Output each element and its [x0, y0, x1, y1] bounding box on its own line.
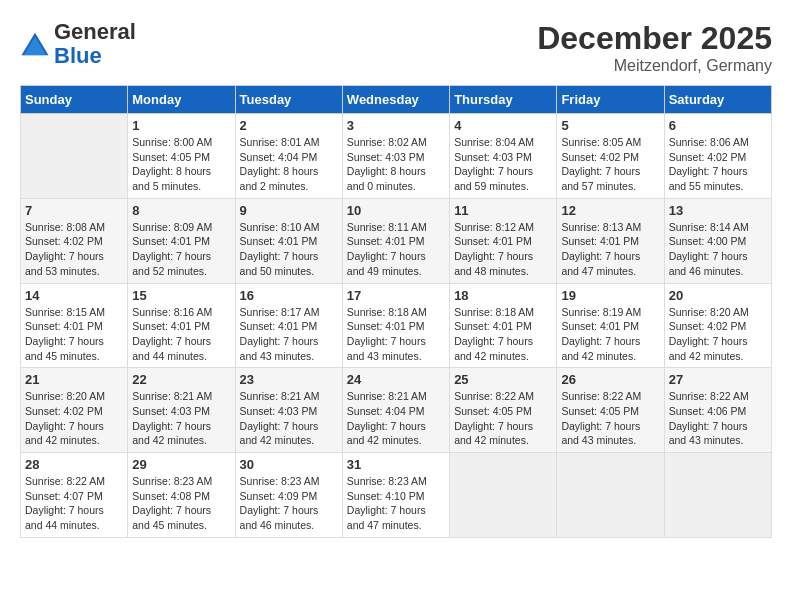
day-number: 13 — [669, 203, 767, 218]
calendar-cell: 29Sunrise: 8:23 AMSunset: 4:08 PMDayligh… — [128, 453, 235, 538]
day-info: Sunrise: 8:14 AMSunset: 4:00 PMDaylight:… — [669, 220, 767, 279]
calendar-cell: 24Sunrise: 8:21 AMSunset: 4:04 PMDayligh… — [342, 368, 449, 453]
location-subtitle: Meitzendorf, Germany — [537, 57, 772, 75]
day-number: 18 — [454, 288, 552, 303]
day-number: 9 — [240, 203, 338, 218]
calendar-cell: 8Sunrise: 8:09 AMSunset: 4:01 PMDaylight… — [128, 198, 235, 283]
day-info: Sunrise: 8:09 AMSunset: 4:01 PMDaylight:… — [132, 220, 230, 279]
calendar-cell: 21Sunrise: 8:20 AMSunset: 4:02 PMDayligh… — [21, 368, 128, 453]
calendar-cell: 16Sunrise: 8:17 AMSunset: 4:01 PMDayligh… — [235, 283, 342, 368]
day-number: 5 — [561, 118, 659, 133]
day-info: Sunrise: 8:04 AMSunset: 4:03 PMDaylight:… — [454, 135, 552, 194]
calendar-cell: 20Sunrise: 8:20 AMSunset: 4:02 PMDayligh… — [664, 283, 771, 368]
day-number: 24 — [347, 372, 445, 387]
day-info: Sunrise: 8:23 AMSunset: 4:10 PMDaylight:… — [347, 474, 445, 533]
calendar-cell: 27Sunrise: 8:22 AMSunset: 4:06 PMDayligh… — [664, 368, 771, 453]
day-number: 31 — [347, 457, 445, 472]
calendar-cell: 22Sunrise: 8:21 AMSunset: 4:03 PMDayligh… — [128, 368, 235, 453]
title-block: December 2025 Meitzendorf, Germany — [537, 20, 772, 75]
calendar-cell: 3Sunrise: 8:02 AMSunset: 4:03 PMDaylight… — [342, 114, 449, 199]
day-info: Sunrise: 8:20 AMSunset: 4:02 PMDaylight:… — [669, 305, 767, 364]
day-number: 17 — [347, 288, 445, 303]
day-info: Sunrise: 8:22 AMSunset: 4:06 PMDaylight:… — [669, 389, 767, 448]
day-info: Sunrise: 8:02 AMSunset: 4:03 PMDaylight:… — [347, 135, 445, 194]
day-info: Sunrise: 8:16 AMSunset: 4:01 PMDaylight:… — [132, 305, 230, 364]
day-info: Sunrise: 8:21 AMSunset: 4:03 PMDaylight:… — [132, 389, 230, 448]
logo-icon — [20, 29, 50, 59]
day-number: 3 — [347, 118, 445, 133]
calendar-cell: 9Sunrise: 8:10 AMSunset: 4:01 PMDaylight… — [235, 198, 342, 283]
day-number: 29 — [132, 457, 230, 472]
calendar-cell: 4Sunrise: 8:04 AMSunset: 4:03 PMDaylight… — [450, 114, 557, 199]
day-info: Sunrise: 8:21 AMSunset: 4:03 PMDaylight:… — [240, 389, 338, 448]
week-row-5: 28Sunrise: 8:22 AMSunset: 4:07 PMDayligh… — [21, 453, 772, 538]
calendar-cell: 31Sunrise: 8:23 AMSunset: 4:10 PMDayligh… — [342, 453, 449, 538]
day-info: Sunrise: 8:22 AMSunset: 4:05 PMDaylight:… — [561, 389, 659, 448]
calendar-cell: 23Sunrise: 8:21 AMSunset: 4:03 PMDayligh… — [235, 368, 342, 453]
logo: General Blue — [20, 20, 136, 68]
day-number: 11 — [454, 203, 552, 218]
calendar-cell — [450, 453, 557, 538]
calendar-cell — [21, 114, 128, 199]
calendar-cell: 18Sunrise: 8:18 AMSunset: 4:01 PMDayligh… — [450, 283, 557, 368]
day-number: 26 — [561, 372, 659, 387]
calendar-cell: 15Sunrise: 8:16 AMSunset: 4:01 PMDayligh… — [128, 283, 235, 368]
logo-text: General Blue — [54, 20, 136, 68]
page-header: General Blue December 2025 Meitzendorf, … — [20, 20, 772, 75]
week-row-1: 1Sunrise: 8:00 AMSunset: 4:05 PMDaylight… — [21, 114, 772, 199]
day-info: Sunrise: 8:10 AMSunset: 4:01 PMDaylight:… — [240, 220, 338, 279]
week-row-2: 7Sunrise: 8:08 AMSunset: 4:02 PMDaylight… — [21, 198, 772, 283]
day-info: Sunrise: 8:01 AMSunset: 4:04 PMDaylight:… — [240, 135, 338, 194]
day-info: Sunrise: 8:12 AMSunset: 4:01 PMDaylight:… — [454, 220, 552, 279]
day-info: Sunrise: 8:18 AMSunset: 4:01 PMDaylight:… — [347, 305, 445, 364]
calendar-cell: 12Sunrise: 8:13 AMSunset: 4:01 PMDayligh… — [557, 198, 664, 283]
weekday-header-row: SundayMondayTuesdayWednesdayThursdayFrid… — [21, 86, 772, 114]
calendar-cell: 11Sunrise: 8:12 AMSunset: 4:01 PMDayligh… — [450, 198, 557, 283]
calendar-table: SundayMondayTuesdayWednesdayThursdayFrid… — [20, 85, 772, 538]
calendar-cell: 6Sunrise: 8:06 AMSunset: 4:02 PMDaylight… — [664, 114, 771, 199]
day-info: Sunrise: 8:21 AMSunset: 4:04 PMDaylight:… — [347, 389, 445, 448]
calendar-cell: 26Sunrise: 8:22 AMSunset: 4:05 PMDayligh… — [557, 368, 664, 453]
day-info: Sunrise: 8:17 AMSunset: 4:01 PMDaylight:… — [240, 305, 338, 364]
day-info: Sunrise: 8:00 AMSunset: 4:05 PMDaylight:… — [132, 135, 230, 194]
week-row-4: 21Sunrise: 8:20 AMSunset: 4:02 PMDayligh… — [21, 368, 772, 453]
calendar-cell: 13Sunrise: 8:14 AMSunset: 4:00 PMDayligh… — [664, 198, 771, 283]
day-info: Sunrise: 8:23 AMSunset: 4:08 PMDaylight:… — [132, 474, 230, 533]
day-number: 15 — [132, 288, 230, 303]
day-info: Sunrise: 8:13 AMSunset: 4:01 PMDaylight:… — [561, 220, 659, 279]
day-number: 27 — [669, 372, 767, 387]
day-number: 8 — [132, 203, 230, 218]
day-number: 20 — [669, 288, 767, 303]
day-number: 23 — [240, 372, 338, 387]
day-number: 22 — [132, 372, 230, 387]
day-info: Sunrise: 8:19 AMSunset: 4:01 PMDaylight:… — [561, 305, 659, 364]
day-info: Sunrise: 8:20 AMSunset: 4:02 PMDaylight:… — [25, 389, 123, 448]
day-number: 21 — [25, 372, 123, 387]
calendar-cell: 25Sunrise: 8:22 AMSunset: 4:05 PMDayligh… — [450, 368, 557, 453]
day-number: 14 — [25, 288, 123, 303]
day-info: Sunrise: 8:06 AMSunset: 4:02 PMDaylight:… — [669, 135, 767, 194]
calendar-cell — [664, 453, 771, 538]
day-info: Sunrise: 8:08 AMSunset: 4:02 PMDaylight:… — [25, 220, 123, 279]
weekday-header-friday: Friday — [557, 86, 664, 114]
calendar-cell: 2Sunrise: 8:01 AMSunset: 4:04 PMDaylight… — [235, 114, 342, 199]
day-info: Sunrise: 8:22 AMSunset: 4:07 PMDaylight:… — [25, 474, 123, 533]
weekday-header-tuesday: Tuesday — [235, 86, 342, 114]
calendar-cell: 19Sunrise: 8:19 AMSunset: 4:01 PMDayligh… — [557, 283, 664, 368]
day-number: 10 — [347, 203, 445, 218]
weekday-header-sunday: Sunday — [21, 86, 128, 114]
calendar-cell: 30Sunrise: 8:23 AMSunset: 4:09 PMDayligh… — [235, 453, 342, 538]
calendar-cell — [557, 453, 664, 538]
day-number: 16 — [240, 288, 338, 303]
weekday-header-thursday: Thursday — [450, 86, 557, 114]
month-year-title: December 2025 — [537, 20, 772, 57]
weekday-header-monday: Monday — [128, 86, 235, 114]
calendar-cell: 17Sunrise: 8:18 AMSunset: 4:01 PMDayligh… — [342, 283, 449, 368]
day-number: 7 — [25, 203, 123, 218]
weekday-header-wednesday: Wednesday — [342, 86, 449, 114]
day-number: 12 — [561, 203, 659, 218]
calendar-cell: 28Sunrise: 8:22 AMSunset: 4:07 PMDayligh… — [21, 453, 128, 538]
day-number: 19 — [561, 288, 659, 303]
day-number: 1 — [132, 118, 230, 133]
day-info: Sunrise: 8:18 AMSunset: 4:01 PMDaylight:… — [454, 305, 552, 364]
